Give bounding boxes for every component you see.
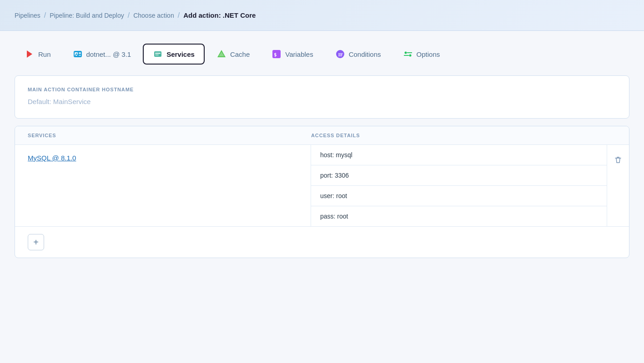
col-header-access: ACCESS DETAILS bbox=[311, 133, 594, 138]
col-header-services: SERVICES bbox=[28, 133, 311, 138]
access-detail-host: host: mysql bbox=[311, 145, 607, 165]
hostname-card: MAIN ACTION CONTAINER HOSTNAME Default: … bbox=[15, 75, 629, 119]
svg-rect-6 bbox=[155, 55, 159, 55]
svg-text:IF: IF bbox=[338, 52, 343, 57]
svg-point-14 bbox=[404, 52, 407, 54]
tab-cache[interactable]: Cache bbox=[206, 44, 260, 65]
breadcrumb-pipeline-build[interactable]: Pipeline: Build and Deploy bbox=[50, 12, 124, 19]
svg-text:$: $ bbox=[274, 52, 277, 58]
options-icon bbox=[403, 49, 413, 59]
tab-dotnet-label: dotnet... @ 3.1 bbox=[86, 50, 131, 58]
breadcrumb-pipelines[interactable]: Pipelines bbox=[15, 12, 40, 19]
conditions-icon: IF bbox=[335, 49, 345, 59]
tabs-bar: Run dotnet... @ 3.1 bbox=[15, 44, 629, 65]
access-detail-port: port: 3306 bbox=[311, 165, 607, 186]
hostname-value: Default: MainService bbox=[28, 98, 616, 105]
table-row: MySQL @ 8.1.0 host: mysql port: 3306 use… bbox=[15, 145, 629, 226]
access-detail-user: user: root bbox=[311, 186, 607, 206]
services-icon bbox=[153, 49, 163, 59]
add-service-button[interactable]: + bbox=[28, 234, 44, 250]
breadcrumb-sep-2: / bbox=[128, 11, 130, 20]
services-card: SERVICES ACCESS DETAILS MySQL @ 8.1.0 ho… bbox=[15, 126, 629, 258]
breadcrumb-sep-1: / bbox=[44, 11, 46, 20]
access-detail-pass: pass: root bbox=[311, 206, 607, 226]
hostname-section: MAIN ACTION CONTAINER HOSTNAME Default: … bbox=[15, 76, 629, 118]
delete-cell bbox=[607, 145, 629, 226]
service-name-link[interactable]: MySQL @ 8.1.0 bbox=[28, 154, 76, 162]
svg-point-15 bbox=[409, 55, 411, 57]
breadcrumb-bar: Pipelines / Pipeline: Build and Deploy /… bbox=[0, 0, 644, 31]
tab-variables[interactable]: $ Variables bbox=[262, 44, 323, 65]
tab-run-label: Run bbox=[38, 50, 51, 58]
breadcrumb-choose-action[interactable]: Choose action bbox=[133, 12, 174, 19]
service-name-cell: MySQL @ 8.1.0 bbox=[15, 145, 311, 226]
main-content: Run dotnet... @ 3.1 bbox=[0, 31, 644, 363]
hostname-label: MAIN ACTION CONTAINER HOSTNAME bbox=[28, 87, 616, 92]
run-icon bbox=[25, 49, 35, 59]
services-table-header: SERVICES ACCESS DETAILS bbox=[15, 126, 629, 145]
breadcrumb: Pipelines / Pipeline: Build and Deploy /… bbox=[15, 11, 256, 20]
breadcrumb-sep-3: / bbox=[178, 11, 180, 20]
svg-rect-2 bbox=[79, 52, 81, 54]
delete-service-button[interactable] bbox=[612, 154, 624, 166]
breadcrumb-current: Add action: .NET Core bbox=[183, 11, 256, 19]
add-service-section: + bbox=[15, 226, 629, 258]
tab-services[interactable]: Services bbox=[143, 44, 205, 65]
cache-icon bbox=[216, 49, 226, 59]
tab-conditions[interactable]: IF Conditions bbox=[325, 44, 391, 65]
tab-dotnet[interactable]: dotnet... @ 3.1 bbox=[63, 44, 141, 65]
dotnet-icon bbox=[73, 49, 83, 59]
tab-cache-label: Cache bbox=[230, 50, 250, 58]
svg-rect-4 bbox=[154, 51, 161, 57]
tab-run[interactable]: Run bbox=[15, 44, 61, 65]
svg-rect-5 bbox=[155, 53, 161, 54]
variables-icon: $ bbox=[272, 49, 282, 59]
access-details-col: host: mysql port: 3306 user: root pass: … bbox=[311, 145, 607, 226]
tab-options-label: Options bbox=[417, 50, 440, 58]
tab-conditions-label: Conditions bbox=[349, 50, 381, 58]
svg-rect-3 bbox=[79, 55, 81, 56]
tab-variables-label: Variables bbox=[285, 50, 313, 58]
tab-options[interactable]: Options bbox=[393, 44, 450, 65]
tab-services-label: Services bbox=[166, 50, 195, 58]
